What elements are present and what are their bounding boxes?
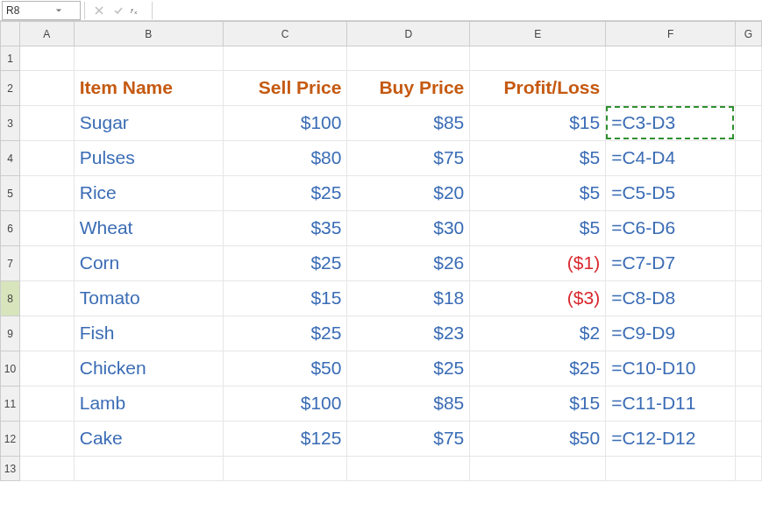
cell-B1[interactable] (74, 46, 223, 71)
cell-B13[interactable] (74, 457, 223, 481)
row-header-1[interactable]: 1 (1, 46, 20, 71)
cell-G10[interactable] (736, 351, 762, 387)
cell-A11[interactable] (19, 387, 74, 422)
row-header-2[interactable]: 2 (1, 71, 20, 106)
column-header-F[interactable]: F (606, 22, 736, 46)
cell-G5[interactable] (736, 176, 762, 211)
cell-B6[interactable]: Wheat (74, 211, 223, 246)
select-all-corner[interactable] (1, 22, 20, 46)
cell-G9[interactable] (736, 316, 762, 351)
cell-B8[interactable]: Tomato (74, 281, 223, 316)
row-header-4[interactable]: 4 (1, 141, 20, 176)
column-header-E[interactable]: E (470, 22, 606, 46)
cell-A1[interactable] (19, 46, 74, 71)
cell-C6[interactable]: $35 (223, 211, 347, 246)
cell-F1[interactable] (606, 46, 736, 71)
cell-A3[interactable] (19, 106, 74, 141)
cell-B5[interactable]: Rice (74, 176, 223, 211)
row-header-7[interactable]: 7 (1, 246, 20, 281)
row-header-11[interactable]: 11 (1, 387, 20, 422)
cell-B3[interactable]: Sugar (74, 106, 223, 141)
row-header-6[interactable]: 6 (1, 211, 20, 246)
cell-E1[interactable] (470, 46, 606, 71)
cell-F9[interactable]: =C9-D9 (606, 316, 736, 351)
fx-icon[interactable]: f x (129, 2, 146, 19)
cell-B12[interactable]: Cake (74, 422, 223, 457)
cell-A2[interactable] (19, 71, 74, 106)
cell-D1[interactable] (347, 46, 470, 71)
cell-F10[interactable]: =C10-D10 (606, 351, 736, 387)
cell-A10[interactable] (19, 351, 74, 387)
cell-G8[interactable] (736, 281, 762, 316)
cell-C2[interactable]: Sell Price (223, 71, 347, 106)
row-header-8[interactable]: 8 (1, 281, 20, 316)
cell-F5[interactable]: =C5-D5 (606, 176, 736, 211)
cell-G11[interactable] (736, 387, 762, 422)
cell-C5[interactable]: $25 (223, 176, 347, 211)
cell-A8[interactable] (19, 281, 74, 316)
cell-G7[interactable] (736, 246, 762, 281)
cell-D6[interactable]: $30 (347, 211, 470, 246)
cell-D4[interactable]: $75 (347, 141, 470, 176)
name-box[interactable]: R8 (2, 1, 81, 20)
enter-icon[interactable] (110, 2, 127, 19)
cell-F13[interactable] (606, 457, 736, 481)
cell-B2[interactable]: Item Name (74, 71, 223, 106)
cell-A6[interactable] (19, 211, 74, 246)
cell-D10[interactable]: $25 (347, 351, 470, 387)
cell-C9[interactable]: $25 (223, 316, 347, 351)
cell-A13[interactable] (19, 457, 74, 481)
cell-G3[interactable] (736, 106, 762, 141)
cell-E12[interactable]: $50 (470, 422, 606, 457)
cell-C11[interactable]: $100 (223, 387, 347, 422)
cell-C8[interactable]: $15 (223, 281, 347, 316)
cell-F3[interactable]: =C3-D3 (606, 106, 736, 141)
cell-D7[interactable]: $26 (347, 246, 470, 281)
cell-D5[interactable]: $20 (347, 176, 470, 211)
cell-D13[interactable] (347, 457, 470, 481)
column-header-B[interactable]: B (74, 22, 223, 46)
cell-E7[interactable]: ($1) (470, 246, 606, 281)
cell-E8[interactable]: ($3) (470, 281, 606, 316)
column-header-D[interactable]: D (347, 22, 470, 46)
row-header-5[interactable]: 5 (1, 176, 20, 211)
cell-A12[interactable] (19, 422, 74, 457)
cell-G13[interactable] (736, 457, 762, 481)
spreadsheet-grid[interactable]: ABCDEFG12Item NameSell PriceBuy PricePro… (0, 21, 762, 481)
cell-D9[interactable]: $23 (347, 316, 470, 351)
cell-F11[interactable]: =C11-D11 (606, 387, 736, 422)
row-header-12[interactable]: 12 (1, 422, 20, 457)
cell-F8[interactable]: =C8-D8 (606, 281, 736, 316)
cell-G6[interactable] (736, 211, 762, 246)
cell-F7[interactable]: =C7-D7 (606, 246, 736, 281)
cell-A5[interactable] (19, 176, 74, 211)
cell-G4[interactable] (736, 141, 762, 176)
cell-E2[interactable]: Profit/Loss (470, 71, 606, 106)
cell-G2[interactable] (736, 71, 762, 106)
cell-D2[interactable]: Buy Price (347, 71, 470, 106)
cell-C12[interactable]: $125 (223, 422, 347, 457)
cell-B9[interactable]: Fish (74, 316, 223, 351)
cell-D8[interactable]: $18 (347, 281, 470, 316)
cell-A4[interactable] (19, 141, 74, 176)
cell-E10[interactable]: $25 (470, 351, 606, 387)
cancel-icon[interactable] (90, 2, 108, 19)
cell-C7[interactable]: $25 (223, 246, 347, 281)
cell-B10[interactable]: Chicken (74, 351, 223, 387)
cell-B7[interactable]: Corn (74, 246, 223, 281)
row-header-13[interactable]: 13 (1, 457, 20, 481)
cell-C3[interactable]: $100 (223, 106, 347, 141)
cell-E3[interactable]: $15 (470, 106, 606, 141)
cell-G12[interactable] (736, 422, 762, 457)
cell-F2[interactable] (606, 71, 736, 106)
column-header-A[interactable]: A (19, 22, 74, 46)
cell-C13[interactable] (223, 457, 347, 481)
column-header-C[interactable]: C (223, 22, 347, 46)
cell-E11[interactable]: $15 (470, 387, 606, 422)
cell-E6[interactable]: $5 (470, 211, 606, 246)
cell-D3[interactable]: $85 (347, 106, 470, 141)
row-header-10[interactable]: 10 (1, 351, 20, 387)
cell-G1[interactable] (736, 46, 762, 71)
cell-C4[interactable]: $80 (223, 141, 347, 176)
cell-F12[interactable]: =C12-D12 (606, 422, 736, 457)
